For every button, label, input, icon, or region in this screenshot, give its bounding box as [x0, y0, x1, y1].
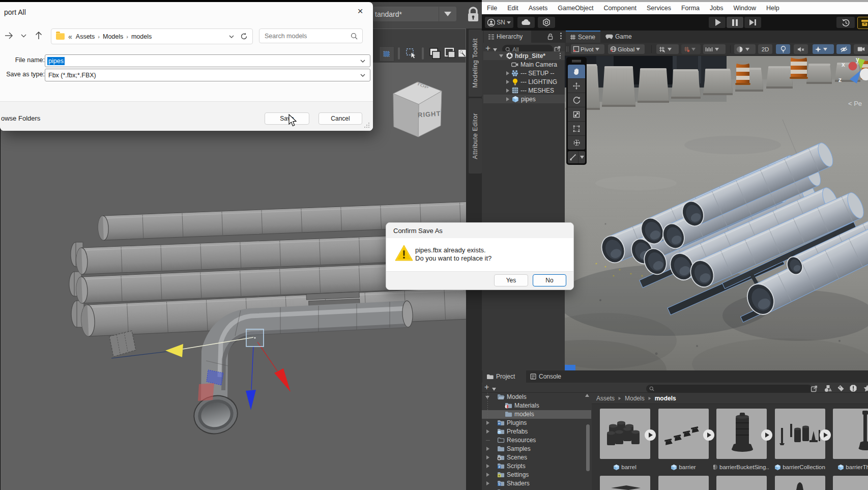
increment-snap-dropdown[interactable]: [681, 44, 701, 54]
asset-tile-row2[interactable]: [658, 476, 709, 490]
search-everything-button[interactable]: [857, 17, 868, 29]
hierarchy-item-pipes[interactable]: pipes: [483, 95, 565, 103]
tree-item-resources-folder[interactable]: Resources: [482, 436, 591, 445]
nav-forward-button[interactable]: [4, 27, 13, 44]
view-hand-tool[interactable]: [568, 65, 585, 78]
breadcrumb-collapsed[interactable]: «: [68, 33, 76, 41]
tab-game[interactable]: Game: [601, 31, 640, 43]
nav-up-button[interactable]: [35, 27, 43, 44]
hierarchy-item-main-camera[interactable]: Main Camera: [483, 60, 565, 69]
hierarchy-scene-row[interactable]: hdrp_Site*: [483, 51, 565, 60]
menu-file[interactable]: File: [482, 5, 502, 12]
menu-services[interactable]: Services: [642, 5, 676, 12]
scale-tool[interactable]: [568, 107, 585, 121]
frame-selected-icon[interactable]: [444, 46, 457, 61]
lock-open-icon[interactable]: [547, 33, 554, 40]
tree-item-shaders-folder[interactable]: S Shaders: [482, 479, 591, 488]
menu-window[interactable]: Window: [728, 5, 761, 12]
tree-item-materials-folder[interactable]: Materials: [482, 401, 591, 410]
asset-tile-row2[interactable]: [775, 476, 825, 490]
tab-modeling-toolkit[interactable]: Modeling Toolkit: [469, 30, 482, 97]
asset-play-badge[interactable]: [645, 429, 656, 441]
hidden-packages-icon[interactable]: [849, 384, 857, 392]
tab-scene[interactable]: Scene: [566, 31, 600, 43]
export-dialog-titlebar[interactable]: port All ×: [0, 2, 373, 20]
asset-tile-barrierThinS[interactable]: [833, 409, 868, 459]
foldout-collapsed-icon[interactable]: [486, 447, 489, 451]
project-search-input[interactable]: [646, 385, 812, 393]
step-button[interactable]: [744, 17, 761, 28]
search-input[interactable]: Search models: [259, 28, 363, 43]
breadcrumb-bar[interactable]: « Assets › Models › models: [51, 28, 253, 44]
isolate-select-icon[interactable]: [428, 46, 441, 61]
menu-forma[interactable]: Forma: [676, 5, 705, 12]
version-control-button[interactable]: [538, 17, 555, 28]
tree-item-models-lower-folder[interactable]: models: [482, 410, 591, 419]
foldout-collapsed-icon[interactable]: [486, 473, 489, 477]
tool-settings-dropdown[interactable]: [703, 44, 726, 54]
overlay-drag-handle[interactable]: [566, 59, 587, 64]
undo-history-button[interactable]: [836, 17, 855, 28]
chevron-down-icon[interactable]: [492, 388, 496, 391]
menu-jobs[interactable]: Jobs: [705, 5, 728, 12]
chevron-down-icon[interactable]: [360, 58, 366, 64]
asset-label[interactable]: barrier: [655, 464, 711, 471]
kebab-menu-icon[interactable]: [560, 33, 562, 39]
foldout-collapsed-icon[interactable]: [506, 97, 509, 101]
orientation-gizmo[interactable]: x y z: [834, 55, 868, 96]
scene-effects-dropdown[interactable]: [813, 44, 834, 54]
crumb-models[interactable]: Models: [625, 395, 645, 402]
tab-console[interactable]: Console: [526, 370, 570, 383]
nav-recent-chevron[interactable]: [20, 27, 27, 44]
tree-item-scenes-folder[interactable]: Scenes: [482, 453, 591, 462]
save-as-type-select[interactable]: Fbx (*.fbx;*.FBX): [45, 69, 370, 81]
asset-tile-barrierBucketSing[interactable]: [716, 409, 767, 459]
transform-tool[interactable]: [568, 135, 585, 150]
menu-assets[interactable]: Assets: [524, 5, 553, 12]
workspace-selector[interactable]: tandard*: [373, 7, 456, 21]
move-tool[interactable]: [568, 78, 585, 93]
tree-item-scripts-folder[interactable]: # Scripts: [482, 462, 591, 471]
asset-tile-barrel[interactable]: [600, 409, 650, 459]
menu-edit[interactable]: Edit: [502, 5, 524, 12]
drag-handle-icon[interactable]: [566, 46, 568, 52]
crumb-models-lower[interactable]: models: [655, 395, 676, 402]
menu-component[interactable]: Component: [598, 5, 642, 12]
asset-label[interactable]: barrel: [597, 464, 653, 471]
scene-viewport[interactable]: [565, 56, 868, 370]
tree-item-models-folder[interactable]: Models: [482, 393, 591, 401]
cloud-button[interactable]: [517, 17, 535, 28]
resize-grip[interactable]: [364, 122, 370, 128]
browse-folders-toggle[interactable]: owse Folders: [1, 114, 40, 122]
select-object-tool[interactable]: [379, 46, 394, 62]
breadcrumb-models[interactable]: Models: [103, 33, 123, 40]
confirm-dialog-titlebar[interactable]: Confirm Save As: [386, 223, 573, 238]
tree-scrollbar-up[interactable]: [585, 394, 589, 397]
breadcrumb-models-lower[interactable]: models: [131, 33, 152, 40]
pivot-mode-dropdown[interactable]: Pivot: [571, 44, 604, 54]
asset-label[interactable]: barrierBucketSing...: [713, 464, 769, 471]
asset-tile-barrier[interactable]: [658, 409, 709, 459]
asset-play-badge[interactable]: [703, 429, 714, 441]
tree-item-partial[interactable]: [482, 488, 591, 490]
foldout-collapsed-icon[interactable]: [506, 71, 509, 75]
account-dropdown[interactable]: SN: [485, 17, 513, 28]
workspace-dropdown-button[interactable]: [439, 7, 456, 21]
custom-tool-dropdown[interactable]: [578, 151, 585, 163]
custom-tool-button[interactable]: [568, 151, 578, 163]
render-view-icon[interactable]: [458, 46, 467, 61]
tab-attribute-editor[interactable]: Attribute Editor: [469, 98, 482, 174]
yes-button[interactable]: Yes: [494, 274, 528, 286]
kebab-menu-icon[interactable]: [560, 53, 561, 59]
hierarchy-item-meshes[interactable]: --- MESHES: [483, 86, 565, 95]
rotate-tool[interactable]: [568, 93, 585, 107]
asset-label[interactable]: barrierThinS: [830, 464, 868, 471]
filter-by-label-icon[interactable]: [837, 385, 845, 392]
favorites-star-icon[interactable]: [863, 385, 868, 392]
menu-help[interactable]: Help: [761, 5, 785, 12]
draw-mode-dropdown[interactable]: [734, 44, 756, 54]
tree-scrollbar-thumb[interactable]: [586, 424, 590, 471]
foldout-collapsed-icon[interactable]: [486, 455, 489, 459]
tab-project[interactable]: Project: [482, 370, 526, 383]
cancel-button[interactable]: Cancel: [319, 112, 362, 125]
